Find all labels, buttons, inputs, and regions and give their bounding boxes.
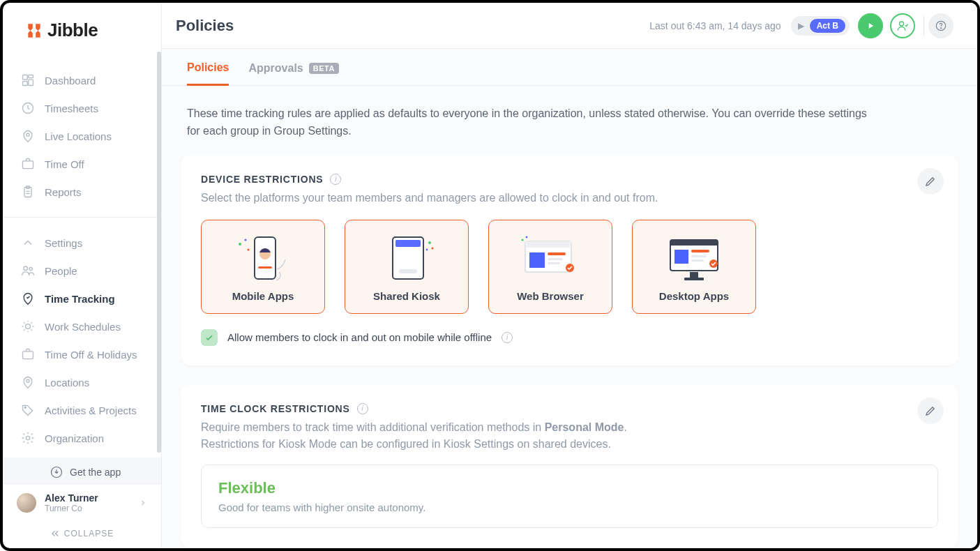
edit-device-button[interactable] (917, 168, 944, 195)
people-icon (21, 264, 35, 278)
activity-pill[interactable]: ▶ Act B (791, 16, 850, 36)
platform-mobile-label: Mobile Apps (209, 290, 317, 302)
header: Policies Last out 6:43 am, 14 days ago ▶… (162, 3, 977, 49)
svg-rect-43 (690, 272, 698, 278)
desktop-icon (640, 232, 748, 286)
svg-point-19 (940, 27, 941, 28)
sidebar-scrollbar[interactable] (157, 52, 161, 453)
tab-approvals[interactable]: Approvals BETA (248, 61, 338, 85)
sidebar-item-label: Time Tracking (45, 293, 115, 305)
sidebar-item-label: Organization (45, 432, 104, 444)
kiosk-icon (352, 232, 461, 286)
intro-text: These time tracking rules are applied as… (187, 105, 870, 140)
svg-point-39 (521, 239, 523, 241)
sidebar-item-time-off-holidays[interactable]: Time Off & Holidays (3, 340, 161, 368)
sidebar-item-label: Activities & Projects (45, 405, 137, 416)
info-icon[interactable]: i (357, 403, 368, 414)
svg-point-13 (27, 379, 29, 382)
sidebar-item-time-tracking[interactable]: Time Tracking (3, 285, 161, 312)
profile-name: Alex Turner (45, 492, 130, 504)
sidebar-item-reports[interactable]: Reports (3, 178, 161, 206)
svg-rect-27 (395, 240, 421, 247)
platform-browser[interactable]: Web Browser (488, 220, 612, 314)
sidebar-item-settings[interactable]: Settings (3, 229, 161, 257)
pin-icon (21, 129, 35, 143)
svg-rect-0 (23, 75, 28, 80)
pin-icon (21, 375, 35, 389)
svg-rect-25 (258, 266, 272, 269)
browser-icon (496, 232, 605, 286)
offline-row: Allow members to clock in and out on mob… (201, 329, 938, 346)
sidebar-item-timesheets[interactable]: Timesheets (3, 94, 161, 122)
platform-desktop[interactable]: Desktop Apps (632, 220, 756, 314)
get-the-app[interactable]: Get the app (3, 458, 161, 483)
svg-point-30 (431, 247, 433, 249)
tab-policies[interactable]: Policies (187, 61, 229, 86)
logo-text: Jibble (47, 20, 98, 41)
platform-browser-label: Web Browser (496, 290, 605, 302)
collapse-button[interactable]: COLLAPSE (3, 522, 161, 548)
svg-rect-1 (29, 75, 33, 78)
mode-flexible[interactable]: Flexible Good for teams with higher onsi… (201, 465, 938, 528)
svg-point-40 (526, 236, 528, 238)
info-icon[interactable]: i (502, 332, 513, 343)
svg-rect-2 (29, 80, 33, 85)
svg-rect-12 (23, 352, 33, 359)
time-clock-card: TIME CLOCK RESTRICTIONS i Require member… (181, 385, 958, 548)
offline-checkbox[interactable] (201, 329, 218, 346)
sidebar-item-people[interactable]: People (3, 257, 161, 285)
sidebar-item-dashboard[interactable]: Dashboard (3, 66, 161, 94)
sidebar-item-label: Live Locations (45, 130, 112, 142)
play-small-icon: ▶ (798, 21, 804, 31)
sidebar-item-label: Time Off (45, 158, 84, 170)
platform-kiosk[interactable]: Shared Kiosk (345, 220, 469, 314)
svg-rect-33 (525, 241, 571, 248)
sidebar-item-label: Reports (45, 186, 82, 198)
svg-point-9 (24, 266, 27, 270)
svg-rect-48 (691, 259, 704, 262)
sidebar-item-work-schedules[interactable]: Work Schedules (3, 312, 161, 340)
help-button[interactable] (928, 13, 953, 38)
briefcase-icon (21, 157, 35, 171)
chevron-up-icon (21, 236, 35, 250)
platform-mobile[interactable]: Mobile Apps (201, 220, 325, 314)
svg-rect-36 (548, 258, 563, 260)
logo-icon (25, 22, 43, 40)
schedule-icon (21, 319, 35, 333)
time-clock-sub: Require members to track time with addit… (201, 421, 938, 434)
sidebar-item-label: Timesheets (45, 103, 98, 114)
device-restrictions-sub: Select the platforms your team members a… (201, 192, 938, 204)
svg-point-17 (900, 22, 904, 26)
sidebar-item-organization[interactable]: Organization (3, 424, 161, 452)
sidebar-item-label: Settings (45, 237, 82, 249)
svg-point-14 (24, 407, 26, 408)
clock-in-button[interactable] (858, 13, 883, 38)
svg-point-5 (27, 133, 29, 136)
profile[interactable]: Alex Turner Turner Co (3, 483, 161, 522)
svg-rect-44 (684, 278, 704, 280)
svg-point-15 (26, 436, 29, 439)
tracking-icon (21, 292, 35, 305)
svg-rect-35 (548, 252, 566, 255)
sidebar-item-live-locations[interactable]: Live Locations (3, 122, 161, 150)
tabs: Policies Approvals BETA (162, 49, 977, 86)
svg-rect-37 (548, 262, 560, 264)
sidebar-item-label: People (45, 265, 77, 277)
svg-rect-46 (691, 250, 709, 252)
svg-rect-34 (529, 252, 545, 268)
sidebar-item-activities-projects[interactable]: Activities & Projects (3, 396, 161, 424)
info-icon[interactable]: i (330, 174, 341, 185)
sidebar-item-locations[interactable]: Locations (3, 368, 161, 396)
collapse-label: COLLAPSE (64, 529, 114, 538)
edit-clock-button[interactable] (917, 398, 944, 424)
time-clock-sub2: Restrictions for Kiosk Mode can be confi… (201, 438, 938, 451)
user-status-button[interactable] (890, 13, 915, 38)
sidebar-item-label: Time Off & Holidays (45, 349, 137, 361)
logo[interactable]: Jibble (3, 3, 161, 58)
download-icon (50, 466, 63, 478)
sidebar-item-label: Locations (45, 377, 89, 388)
sidebar-item-time-off[interactable]: Time Off (3, 150, 161, 178)
mobile-icon (209, 232, 317, 286)
tag-icon (21, 403, 35, 417)
offline-label: Allow members to clock in and out on mob… (227, 331, 492, 343)
